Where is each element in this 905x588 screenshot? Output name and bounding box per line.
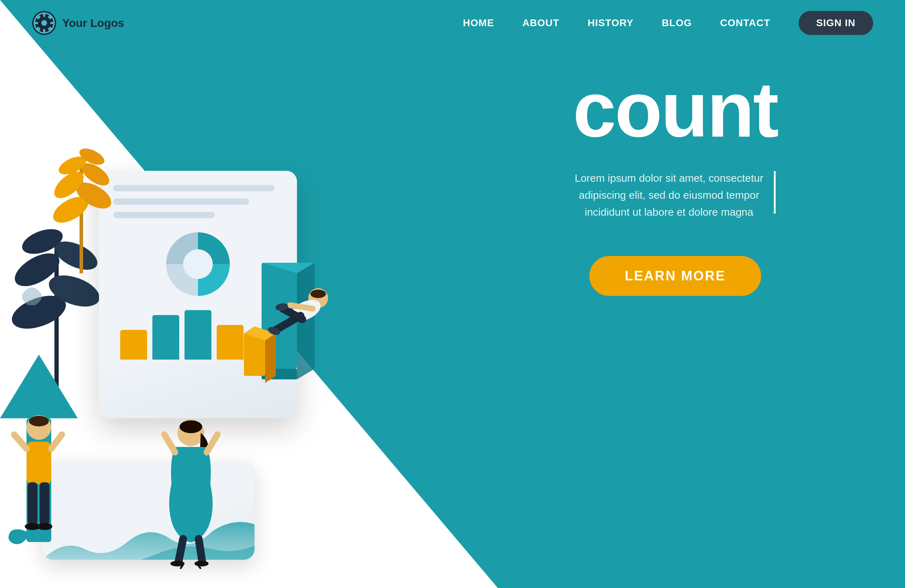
svg-line-32 [14,435,27,449]
svg-point-11 [41,20,47,26]
nav-contact[interactable]: CONTACT [720,17,770,29]
card-line-3 [113,212,215,218]
svg-point-47 [179,420,202,433]
logo-icon [32,11,57,35]
svg-line-33 [51,435,62,449]
main-nav: HOME ABOUT HISTORY BLOG CONTACT [463,17,770,29]
svg-rect-4 [34,22,38,24]
divider-line [774,171,776,214]
svg-line-49 [207,435,218,452]
svg-point-54 [194,561,209,566]
nav-blog[interactable]: BLOG [662,17,692,29]
card-line-2 [113,199,249,205]
hero-title: count [516,71,834,148]
svg-line-48 [164,435,175,452]
svg-rect-31 [27,442,51,484]
nav-home[interactable]: HOME [463,17,494,29]
illustration [0,93,449,588]
svg-point-30 [29,416,49,426]
plant-yellow [43,139,120,282]
svg-line-43 [290,305,313,309]
svg-line-50 [178,539,183,562]
logo-text: Your Logos [62,17,124,30]
card-line-1 [113,185,274,191]
header: Your Logos HOME ABOUT HISTORY BLOG CONTA… [0,0,905,46]
svg-point-28 [183,249,213,279]
person-flying [248,284,339,356]
person-blue [156,413,226,571]
nav-about[interactable]: ABOUT [522,17,560,29]
svg-line-51 [198,539,202,562]
learn-more-button[interactable]: LEARN MORE [589,256,761,296]
logo-area: Your Logos [32,11,124,35]
svg-rect-3 [43,29,45,33]
svg-rect-35 [40,482,49,525]
hero-content: count Lorem ipsum dolor sit amet, consec… [516,71,834,296]
svg-point-37 [37,523,52,530]
svg-rect-34 [28,482,38,525]
svg-point-39 [310,289,326,298]
signin-button[interactable]: SIGN IN [799,11,873,35]
person-yellow [7,406,71,542]
svg-rect-5 [50,22,54,24]
svg-rect-2 [43,13,45,17]
hero-description: Lorem ipsum dolor sit amet, consectetur … [575,170,764,221]
pie-chart [163,229,233,299]
hero-description-area: Lorem ipsum dolor sit amet, consectetur … [516,170,834,221]
nav-history[interactable]: HISTORY [587,17,634,29]
